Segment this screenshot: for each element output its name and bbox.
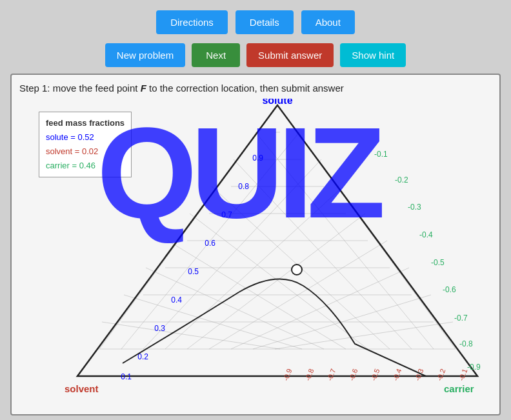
action-bar: New problem Next Submit answer Show hint <box>0 41 511 74</box>
svg-line-15 <box>231 268 409 349</box>
svg-line-20 <box>234 159 412 349</box>
submit-answer-button[interactable]: Submit answer <box>246 43 334 67</box>
svg-line-22 <box>190 214 368 349</box>
svg-text:-0.6: -0.6 <box>443 285 456 294</box>
solute-axis-label: solute <box>262 99 292 106</box>
svg-text:-0.8: -0.8 <box>459 339 473 348</box>
svg-text:-0.7: -0.7 <box>326 368 337 382</box>
new-problem-button[interactable]: New problem <box>105 43 185 67</box>
svg-text:-0.7: -0.7 <box>454 314 468 323</box>
svg-text:-0.4: -0.4 <box>419 230 433 239</box>
about-button[interactable]: About <box>301 10 355 34</box>
show-hint-button[interactable]: Show hint <box>340 43 406 67</box>
svg-text:0.3: 0.3 <box>154 324 165 333</box>
svg-line-24 <box>146 268 324 349</box>
svg-text:-0.1: -0.1 <box>457 368 469 382</box>
svg-text:0.1: 0.1 <box>121 372 132 381</box>
svg-text:0.5: 0.5 <box>188 267 199 276</box>
svg-text:-0.9: -0.9 <box>282 368 294 382</box>
carrier-axis-label: carrier <box>444 383 474 394</box>
svg-text:-0.9: -0.9 <box>467 363 481 372</box>
svg-text:0.9: 0.9 <box>252 154 263 163</box>
details-button[interactable]: Details <box>235 10 294 34</box>
svg-text:0.4: 0.4 <box>171 295 182 305</box>
svg-text:-0.3: -0.3 <box>408 203 421 212</box>
svg-text:-0.5: -0.5 <box>370 368 381 382</box>
feed-point[interactable] <box>292 265 302 275</box>
main-panel: Step 1: move the feed point F to the cor… <box>10 74 501 415</box>
feed-point-label: F <box>141 83 146 94</box>
svg-text:-0.8: -0.8 <box>304 368 316 382</box>
svg-text:-0.5: -0.5 <box>431 258 445 267</box>
svg-text:0.8: 0.8 <box>238 182 249 191</box>
svg-line-26 <box>102 322 280 349</box>
svg-text:0.7: 0.7 <box>221 210 232 219</box>
svg-line-17 <box>275 322 453 349</box>
svg-line-13 <box>187 214 365 349</box>
svg-text:-0.6: -0.6 <box>348 368 359 382</box>
step-instruction: Step 1: move the feed point F to the cor… <box>19 83 492 94</box>
svg-line-11 <box>143 159 321 349</box>
solvent-axis-label: solvent <box>65 383 99 394</box>
svg-text:-0.2: -0.2 <box>395 175 408 185</box>
chart-area[interactable]: feed mass fractions solute = 0.52 solven… <box>19 99 492 402</box>
top-nav: Directions Details About <box>0 0 511 41</box>
svg-text:-0.1: -0.1 <box>374 150 388 159</box>
svg-text:0.6: 0.6 <box>205 239 215 248</box>
svg-text:-0.4: -0.4 <box>392 368 403 382</box>
ternary-diagram[interactable]: solute solvent carrier 0.9 0.8 0.7 0.6 0… <box>58 99 497 395</box>
next-button[interactable]: Next <box>192 43 240 67</box>
directions-button[interactable]: Directions <box>156 10 228 34</box>
svg-text:-0.2: -0.2 <box>436 368 447 382</box>
